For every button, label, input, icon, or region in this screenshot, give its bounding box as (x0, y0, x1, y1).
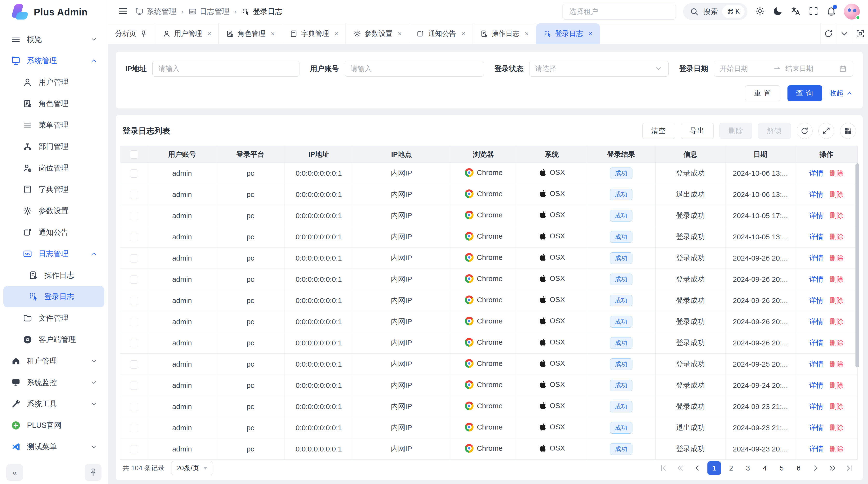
page-button-6[interactable]: 6 (792, 461, 805, 475)
detail-link[interactable]: 详情 (809, 424, 824, 431)
sidebar-item-操作日志[interactable]: 操作日志 (3, 264, 104, 286)
tab-close-icon[interactable]: × (334, 30, 338, 38)
sidebar-item-系统管理[interactable]: 系统管理 (3, 50, 104, 71)
detail-link[interactable]: 详情 (809, 402, 824, 410)
tab-分析页[interactable]: 分析页 (108, 23, 155, 44)
tab-通知公告[interactable]: 通知公告× (409, 23, 472, 44)
tab-close-icon[interactable]: × (207, 30, 211, 38)
row-checkbox[interactable] (130, 169, 138, 178)
pager-first-button[interactable] (657, 461, 670, 475)
row-checkbox[interactable] (130, 424, 138, 432)
detail-link[interactable]: 详情 (809, 190, 824, 198)
row-checkbox[interactable] (130, 318, 138, 326)
detail-link[interactable]: 详情 (809, 339, 824, 347)
sidebar-pin-button[interactable] (85, 464, 101, 481)
filter-input-IP地址[interactable]: 请输入 (152, 61, 299, 77)
pager-last-button[interactable] (842, 461, 856, 475)
translate-button[interactable] (790, 6, 801, 18)
tab-close-icon[interactable]: × (271, 30, 275, 38)
breadcrumb-item-登录日志[interactable]: 登录日志 (242, 6, 283, 17)
tabs-more-dropdown-button[interactable] (836, 23, 852, 44)
delete-link[interactable]: 删除 (830, 254, 844, 262)
settings-gear-button[interactable] (755, 6, 765, 18)
tab-close-icon[interactable]: × (461, 30, 465, 38)
delete-link[interactable]: 删除 (830, 296, 844, 304)
tab-用户管理[interactable]: 用户管理× (155, 23, 219, 44)
delete-link[interactable]: 删除 (830, 233, 844, 240)
sidebar-item-系统监控[interactable]: 系统监控 (3, 372, 104, 393)
delete-link[interactable]: 删除 (830, 318, 844, 325)
sidebar-item-租户管理[interactable]: 租户管理 (3, 350, 104, 372)
page-button-4[interactable]: 4 (758, 461, 772, 475)
tab-字典管理[interactable]: 字典管理× (282, 23, 346, 44)
row-checkbox[interactable] (130, 339, 138, 347)
delete-link[interactable]: 删除 (830, 275, 844, 283)
tab-操作日志[interactable]: 操作日志× (473, 23, 536, 44)
page-button-5[interactable]: 5 (775, 461, 788, 475)
tab-close-icon[interactable]: × (525, 30, 529, 38)
row-checkbox[interactable] (130, 276, 138, 284)
delete-link[interactable]: 删除 (830, 402, 844, 410)
pager-next10-button[interactable] (826, 461, 839, 475)
tab-close-icon[interactable]: × (588, 30, 592, 38)
delete-link[interactable]: 删除 (830, 445, 844, 453)
sidebar-item-登录日志[interactable]: 登录日志 (3, 286, 104, 307)
filter-select-登录状态[interactable]: 请选择 (529, 61, 669, 77)
sidebar-item-通知公告[interactable]: 通知公告 (3, 222, 104, 243)
detail-link[interactable]: 详情 (809, 360, 824, 368)
导出-button[interactable]: 导出 (681, 123, 714, 139)
tab-close-icon[interactable]: × (398, 30, 402, 38)
sidebar-collapse-button[interactable]: « (6, 464, 23, 481)
sidebar-item-概览[interactable]: 概览 (3, 28, 104, 50)
global-search-button[interactable]: 搜索 ⌘ K (683, 3, 747, 20)
detail-link[interactable]: 详情 (809, 445, 824, 453)
tab-登录日志[interactable]: 登录日志× (536, 23, 600, 44)
delete-link[interactable]: 删除 (830, 381, 844, 389)
delete-link[interactable]: 删除 (830, 190, 844, 198)
sidebar-item-日志管理[interactable]: DEV日志管理 (3, 243, 104, 264)
delete-link[interactable]: 删除 (830, 212, 844, 219)
page-button-3[interactable]: 3 (741, 461, 755, 475)
tabs-maximize-button[interactable] (852, 23, 868, 44)
sidebar-item-字典管理[interactable]: 字典管理 (3, 179, 104, 200)
row-checkbox[interactable] (130, 382, 138, 390)
row-checkbox[interactable] (130, 360, 138, 368)
sidebar-item-参数设置[interactable]: 参数设置 (3, 200, 104, 222)
row-checkbox[interactable] (130, 254, 138, 262)
notifications-bell-button[interactable] (826, 6, 837, 18)
page-button-2[interactable]: 2 (724, 461, 738, 475)
table-scrollbar[interactable] (856, 163, 859, 367)
page-button-1[interactable]: 1 (707, 461, 721, 475)
detail-link[interactable]: 详情 (809, 212, 824, 219)
pager-next-button[interactable] (809, 461, 822, 475)
pager-prev-button[interactable] (690, 461, 704, 475)
row-checkbox[interactable] (130, 212, 138, 220)
delete-link[interactable]: 删除 (830, 339, 844, 347)
sidebar-item-用户管理[interactable]: 用户管理 (3, 71, 104, 93)
expand-button[interactable] (818, 123, 834, 139)
sidebar-item-角色管理[interactable]: 角色管理 (3, 93, 104, 114)
fullscreen-button[interactable] (808, 6, 819, 18)
sidebar-item-客户端管理[interactable]: 客户端管理 (3, 329, 104, 350)
tabs-refresh-button[interactable] (820, 23, 836, 44)
filter-input-用户账号[interactable]: 请输入 (345, 61, 484, 77)
sidebar-item-文件管理[interactable]: 文件管理 (3, 307, 104, 329)
row-checkbox[interactable] (130, 297, 138, 305)
detail-link[interactable]: 详情 (809, 318, 824, 325)
sidebar-item-测试菜单[interactable]: 测试菜单 (3, 436, 104, 457)
delete-link[interactable]: 删除 (830, 169, 844, 177)
tenant-select-input[interactable]: 选择租户 (562, 4, 676, 20)
search-button[interactable]: 查 询 (787, 85, 822, 101)
tab-参数设置[interactable]: 参数设置× (346, 23, 409, 44)
page-size-select[interactable]: 20条/页 (171, 461, 213, 475)
row-checkbox[interactable] (130, 445, 138, 453)
breadcrumb-item-日志管理[interactable]: DEV日志管理 (189, 6, 229, 17)
sidebar-item-系统工具[interactable]: 系统工具 (3, 393, 104, 415)
grid-button[interactable] (840, 123, 856, 139)
reset-button[interactable]: 重 置 (745, 85, 780, 101)
refresh-button[interactable] (797, 123, 812, 139)
row-checkbox[interactable] (130, 191, 138, 199)
sidebar-item-菜单管理[interactable]: 菜单管理 (3, 114, 104, 136)
detail-link[interactable]: 详情 (809, 233, 824, 240)
pager-prev10-button[interactable] (674, 461, 687, 475)
